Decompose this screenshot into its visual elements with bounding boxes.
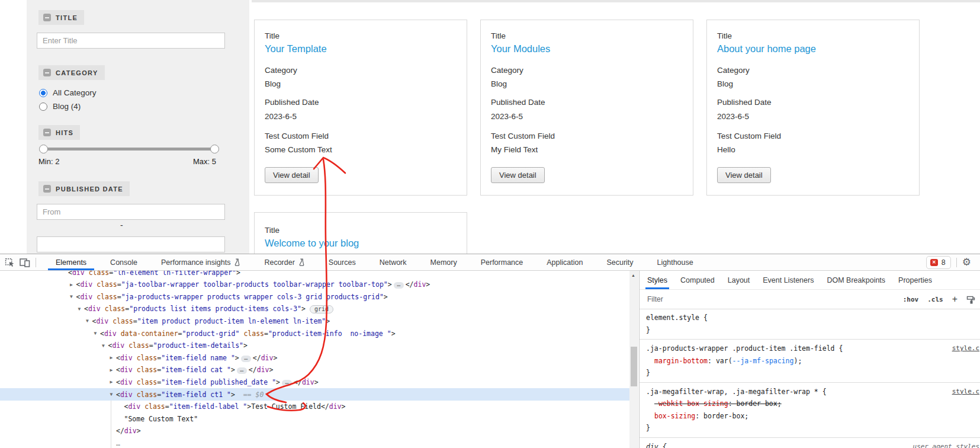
styles-tab-computed[interactable]: Computed (674, 271, 721, 289)
inline-expand-icon[interactable]: … (237, 367, 247, 374)
view-detail-button[interactable]: View detail (265, 167, 319, 183)
radio-selected-icon[interactable] (39, 89, 47, 97)
published-date-filter-header[interactable]: PUBLISHED DATE (38, 181, 130, 196)
issues-badge[interactable]: ✕ 8 (926, 256, 951, 269)
scrollbar-thumb[interactable] (631, 347, 637, 386)
devtools-tab-console[interactable]: Console (98, 254, 149, 270)
hits-range-slider[interactable] (40, 148, 218, 151)
device-toolbar-icon[interactable] (19, 257, 31, 268)
tree-row[interactable]: ▼<div data-container="product-grid" clas… (0, 327, 629, 340)
tree-row[interactable]: ▼<div class="ja-products-wrapper product… (0, 290, 629, 303)
collapse-arrow-icon[interactable]: ▼ (76, 306, 83, 312)
radio-unselected-icon[interactable] (39, 103, 47, 111)
date-from-input[interactable] (37, 204, 225, 220)
devtools-tab-performance[interactable]: Performance (469, 254, 535, 270)
styles-filter-input[interactable] (646, 295, 903, 304)
hits-filter-header[interactable]: HITS (38, 125, 80, 140)
devtools-tab-network[interactable]: Network (368, 254, 419, 270)
issues-count: 8 (942, 258, 946, 267)
product-title-link[interactable]: Your Template (265, 43, 327, 55)
css-selector[interactable]: .ja-products-wrapper .product-item .item… (646, 344, 835, 353)
date-to-input[interactable] (37, 236, 225, 252)
collapse-arrow-icon[interactable]: ▼ (92, 331, 99, 336)
tree-row-selected[interactable]: ▼<div class="item-field ct1 "> == $0 (0, 388, 629, 401)
product-title-link[interactable]: Welcome to your blog (265, 238, 359, 249)
devtools-tab-application[interactable]: Application (535, 254, 595, 270)
tree-row[interactable]: <div class="ln-element ln-filter-wrapper… (0, 271, 629, 279)
title-filter-input[interactable] (37, 33, 225, 49)
devtools-tab-memory[interactable]: Memory (419, 254, 469, 270)
devtools-tab-security[interactable]: Security (595, 254, 645, 270)
tree-row[interactable]: <div class="item-field-label ">Test Cust… (0, 401, 629, 413)
grid-adorner-badge[interactable]: grid (310, 305, 333, 313)
css-selector[interactable]: .ja-megafilter-wrap, .ja-megafilter-wrap… (646, 388, 818, 396)
css-variable-link[interactable]: --ja-mf-spacing (732, 357, 794, 365)
code-token: > (326, 317, 330, 325)
category-filter-header[interactable]: CATEGORY (38, 65, 105, 80)
rendering-emulations-icon[interactable] (966, 295, 975, 304)
screenshot-stage: TITLE CATEGORY All Category Blog (4) HIT… (0, 0, 980, 448)
new-style-rule-button[interactable]: + (952, 295, 957, 304)
tree-row[interactable]: ▶<div class="item-field cat ">…</div> (0, 364, 629, 376)
stylesheet-source-link[interactable]: style.c (952, 386, 979, 398)
expand-arrow-icon[interactable]: ▶ (68, 282, 75, 287)
styles-tab-styles[interactable]: Styles (641, 271, 674, 289)
css-declaration[interactable]: margin-bottom: var(--ja-mf-spacing); (646, 355, 980, 367)
elements-scrollbar[interactable]: ▲ (629, 271, 638, 448)
collapse-arrow-icon[interactable]: ▼ (68, 294, 75, 299)
tree-row[interactable]: ▶<div class="item-field name ">…</div> (0, 351, 629, 364)
styles-tab-properties[interactable]: Properties (892, 271, 939, 289)
tree-row[interactable]: ▶<div class="ja-toolbar-wrapper toolbar-… (0, 279, 629, 291)
field-value: 2023-6-5 (717, 112, 749, 121)
tree-row[interactable]: ▼<div class="products list items product… (0, 303, 629, 315)
expand-arrow-icon[interactable]: ▶ (108, 367, 115, 373)
collapse-arrow-icon[interactable]: ▼ (84, 318, 91, 324)
inline-expand-icon[interactable]: … (282, 380, 292, 386)
product-title-link[interactable]: About your home page (717, 43, 816, 55)
collapse-arrow-icon[interactable]: ▼ (100, 343, 107, 348)
code-token: "products list items product-items cols-… (129, 305, 301, 313)
expand-arrow-icon[interactable]: ▶ (108, 355, 115, 360)
radio-all-category[interactable]: All Category (39, 88, 97, 97)
view-detail-button[interactable]: View detail (491, 167, 545, 183)
tree-row[interactable]: ▶<div class="item-field published_date "… (0, 376, 629, 388)
collapse-minus-icon (43, 69, 51, 76)
styles-tab-dom-breakpoints[interactable]: DOM Breakpoints (820, 271, 892, 289)
devtools-tab-lighthouse[interactable]: Lighthouse (645, 254, 705, 270)
inspect-element-icon[interactable] (4, 257, 15, 268)
slider-max-handle[interactable] (210, 145, 219, 153)
expand-arrow-icon[interactable]: ▶ (108, 379, 115, 385)
collapse-arrow-icon[interactable]: ▼ (108, 392, 115, 397)
tree-row[interactable]: … (0, 437, 629, 448)
view-detail-button[interactable]: View detail (717, 167, 771, 183)
toggle-hover-button[interactable]: :hov (903, 296, 919, 303)
product-title-link[interactable]: Your Modules (491, 43, 550, 55)
stylesheet-source-link[interactable]: style.c (952, 343, 979, 355)
inline-expand-icon[interactable]: … (241, 356, 251, 362)
tree-row[interactable]: "Some Custom Text" (0, 412, 629, 425)
more-options-icon[interactable]: ⋮ (976, 257, 979, 268)
tree-row[interactable]: </div> (0, 425, 629, 437)
toggle-class-button[interactable]: .cls (927, 296, 943, 303)
code-token: < (68, 271, 72, 277)
scrollbar-up-icon[interactable]: ▲ (631, 273, 635, 277)
css-selector[interactable]: element.style (646, 313, 699, 322)
inline-expand-icon[interactable]: … (394, 282, 404, 289)
styles-tab-layout[interactable]: Layout (721, 271, 757, 289)
devtools-tab-elements[interactable]: Elements (44, 254, 98, 270)
settings-gear-icon[interactable]: ⚙ (962, 257, 971, 267)
devtools-toolbar: ElementsConsolePerformance insightsRecor… (0, 254, 980, 271)
css-declaration[interactable]: box-sizing: border-box; (646, 410, 980, 423)
devtools-tab-sources[interactable]: Sources (317, 254, 368, 270)
css-declaration[interactable]: -webkit-box-sizing: border-box; (646, 398, 980, 410)
devtools-tab-recorder[interactable]: Recorder (252, 254, 316, 270)
devtools-tab-performance-insights[interactable]: Performance insights (149, 254, 252, 270)
tree-row[interactable]: ▼<div class="product-item-details"> (0, 340, 629, 352)
slider-min-handle[interactable] (39, 145, 48, 153)
radio-blog[interactable]: Blog (4) (39, 102, 81, 111)
slider-max-label: Max: 5 (193, 157, 216, 166)
title-filter-header[interactable]: TITLE (38, 10, 84, 25)
css-selector[interactable]: div (646, 443, 658, 448)
styles-tab-event-listeners[interactable]: Event Listeners (756, 271, 820, 289)
tree-row[interactable]: ▼<div class="item product product-item l… (0, 315, 629, 327)
